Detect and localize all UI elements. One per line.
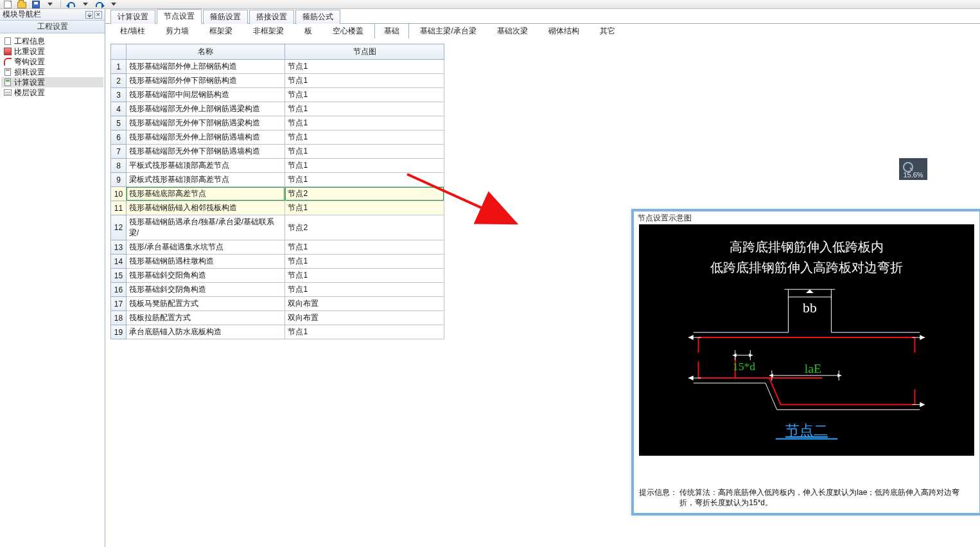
row-value[interactable]: 节点1 [285,130,444,145]
top-tab[interactable]: 计算设置 [110,10,155,24]
row-value[interactable]: 节点1 [285,269,444,283]
dropdown-1[interactable] [45,0,55,8]
top-tab[interactable]: 箍筋设置 [203,10,248,24]
chevron-down-icon [48,3,53,6]
sub-tab[interactable]: 板 [295,23,322,39]
table-row[interactable]: 11筏形基础钢筋锚入相邻筏板构造节点1 [111,201,444,215]
sub-tab[interactable]: 其它 [590,23,625,39]
table-row[interactable]: 13筏形/承台基础遇集水坑节点节点1 [111,240,444,255]
hint-label: 提示信息： [639,487,678,498]
sub-tab[interactable]: 基础 [374,23,409,39]
row-value[interactable]: 节点1 [285,74,444,88]
sub-tab[interactable]: 砌体结构 [539,23,589,39]
row-number: 19 [111,325,127,339]
sub-tab[interactable]: 非框架梁 [243,23,293,39]
table-row[interactable]: 12筏形基础钢筋遇承台/独基/承台梁/基础联系梁/节点2 [111,215,444,240]
row-value[interactable]: 节点1 [285,159,444,173]
open-file-button[interactable] [17,0,27,8]
sub-tab[interactable]: 柱/墙柱 [110,23,155,39]
header-name: 名称 [126,44,285,60]
app-toolbar [0,0,980,9]
table-row[interactable]: 6筏形基础端部无外伸上部钢筋遇墙构造节点1 [111,130,444,145]
sidebar-item-calc-settings[interactable]: 计算设置 [1,77,103,87]
row-number: 14 [111,255,127,269]
svg-marker-21 [920,402,925,408]
sub-tab[interactable]: 框架梁 [200,23,242,39]
hook-icon [4,58,12,66]
sidebar-item-weight-settings[interactable]: 比重设置 [1,46,103,57]
row-value[interactable]: 节点1 [285,102,444,116]
table-row[interactable]: 2筏形基础端部外伸下部钢筋构造节点1 [111,74,444,88]
table-row[interactable]: 18筏板拉筋配置方式双向布置 [111,311,444,325]
row-number: 9 [111,173,127,187]
row-value[interactable]: 节点1 [285,201,444,215]
sidebar-item-hook-settings[interactable]: 弯钩设置 [1,57,103,67]
pin-button[interactable]: ⬙ [85,11,93,19]
table-row[interactable]: 19承台底筋锚入防水底板构造节点1 [111,325,444,339]
row-value[interactable]: 节点2 [285,215,444,240]
table-row[interactable]: 4筏形基础端部无外伸上部钢筋遇梁构造节点1 [111,102,444,116]
node-diagram-panel: 节点设置示意图 高跨底排钢筋伸入低跨板内 低跨底排钢筋伸入高跨板对边弯折 [631,209,980,516]
save-file-button[interactable] [31,0,41,8]
sub-tab[interactable]: 基础主梁/承台梁 [410,23,486,39]
table-row[interactable]: 1筏形基础端部外伸上部钢筋构造节点1 [111,60,444,74]
row-value[interactable]: 节点1 [285,88,444,102]
settings-tabs: 计算设置节点设置箍筋设置搭接设置箍筋公式 [105,9,980,23]
component-tabs: 柱/墙柱剪力墙框架梁非框架梁板空心楼盖基础基础主梁/承台梁基础次梁砌体结构其它 [105,24,980,39]
new-file-button[interactable] [3,0,13,8]
row-name: 平板式筏形基础顶部高差节点 [126,159,285,173]
row-name: 筏形基础钢筋锚入相邻筏板构造 [126,201,285,215]
sidebar-item-loss-settings[interactable]: 损耗设置 [1,67,103,77]
diagram-label-15d: 15*d [733,360,756,373]
row-value[interactable]: 双向布置 [285,311,444,325]
top-tab[interactable]: 节点设置 [157,9,202,24]
close-sidebar-button[interactable]: ✕ [94,11,102,19]
diagram-node2-label: 节点二 [785,423,828,438]
sidebar-header: 模块导航栏 ⬙ ✕ [0,9,105,21]
table-row[interactable]: 9梁板式筏形基础顶部高差节点节点1 [111,173,444,187]
zoom-indicator[interactable]: 15.6% [899,158,927,180]
sidebar-item-floor-settings[interactable]: 楼层设置 [1,87,103,98]
diagram-label-bb: bb [803,300,817,316]
row-value[interactable]: 节点1 [285,145,444,159]
row-name: 筏形基础钢筋遇柱墩构造 [126,255,285,269]
table-row[interactable]: 10筏形基础底部高差节点节点2 [111,187,444,201]
row-value[interactable]: 节点1 [285,255,444,269]
row-value[interactable]: 节点1 [285,116,444,130]
row-value[interactable]: 节点2 [285,187,444,201]
table-row[interactable]: 14筏形基础钢筋遇柱墩构造节点1 [111,255,444,269]
row-value[interactable]: 节点1 [285,240,444,255]
top-tab[interactable]: 箍筋公式 [295,10,340,24]
redo-icon [96,2,103,7]
sub-tab[interactable]: 空心楼盖 [323,23,373,39]
table-row[interactable]: 3筏形基础端部中间层钢筋构造节点1 [111,88,444,102]
sub-tab[interactable]: 基础次梁 [487,23,538,39]
sub-tab[interactable]: 剪力墙 [156,23,198,39]
table-row[interactable]: 5筏形基础端部无外伸下部钢筋遇梁构造节点1 [111,116,444,130]
anchor-icon [4,68,11,76]
row-value[interactable]: 节点1 [285,60,444,74]
table-row[interactable]: 16筏形基础斜交阴角构造节点1 [111,283,444,297]
dropdown-3[interactable] [109,0,119,8]
row-value[interactable]: 节点1 [285,283,444,297]
row-name: 筏形/承台基础遇集水坑节点 [126,240,285,255]
top-tab[interactable]: 搭接设置 [249,10,294,24]
redo-button[interactable] [94,0,105,8]
table-row[interactable]: 17筏板马凳筋配置方式双向布置 [111,297,444,311]
row-value[interactable]: 双向布置 [285,297,444,311]
table-row[interactable]: 15筏形基础斜交阳角构造节点1 [111,269,444,283]
floor-icon [4,89,12,96]
sidebar-item-project-info[interactable]: 工程信息 [1,36,103,46]
row-number: 7 [111,145,127,159]
table-row[interactable]: 8平板式筏形基础顶部高差节点节点1 [111,159,444,173]
table-row[interactable]: 7筏形基础端部无外伸下部钢筋遇墙构造节点1 [111,145,444,159]
undo-button[interactable] [66,0,76,8]
row-number: 8 [111,159,127,173]
dropdown-2[interactable] [80,0,91,8]
folder-icon [17,2,26,8]
diagram-title: 节点设置示意图 [634,211,979,223]
row-value[interactable]: 节点1 [285,325,444,339]
row-name: 筏形基础斜交阳角构造 [126,269,285,283]
row-value[interactable]: 节点1 [285,173,444,187]
save-icon [32,1,40,8]
